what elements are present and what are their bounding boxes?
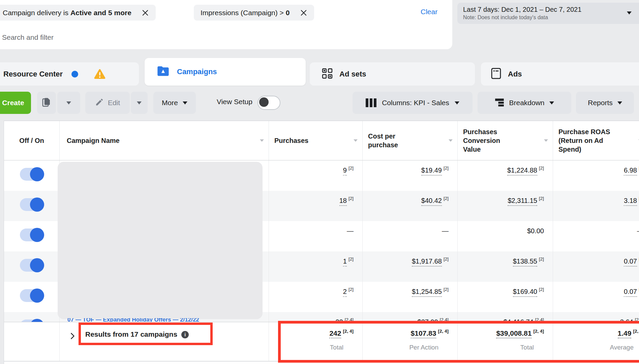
chevron-right-icon[interactable]	[70, 332, 75, 342]
total-label: Per Action	[409, 344, 438, 351]
column-header-purchases[interactable]: Purchases	[269, 121, 363, 160]
filter-chip-campaign-delivery[interactable]: Campaign delivery is Active and 5 more	[0, 5, 156, 21]
metric-value: —	[442, 227, 449, 235]
filter-chip-impressions[interactable]: Impressions (Campaign) > 0	[194, 5, 314, 21]
metric-value: $37.90	[418, 318, 438, 322]
close-icon[interactable]	[300, 9, 307, 17]
edit-dropdown-button[interactable]	[131, 92, 148, 114]
sort-caret-icon[interactable]	[449, 140, 453, 142]
chevron-down-icon	[66, 101, 71, 104]
cost-per-purchase-cell: $1,254.85[2]	[363, 282, 458, 312]
table-header-row: Off / On Campaign Name Purchases Cost pe…	[4, 121, 639, 160]
ads-manager-page: Campaign delivery is Active and 5 more I…	[0, 0, 639, 364]
chevron-down-icon	[137, 101, 142, 104]
footnote-ref: [2]	[444, 256, 449, 262]
metric-value: $138.55	[513, 257, 537, 267]
table-bottom-strip	[4, 362, 639, 364]
off-on-cell	[4, 191, 60, 221]
columns-button-label: Columns: KPI - Sales	[382, 99, 449, 107]
ad-sets-grid-icon	[322, 68, 333, 80]
tab-ad-sets[interactable]: Ad sets	[310, 62, 475, 86]
toggle-knob-icon	[30, 319, 44, 322]
footnote-ref: [2]	[348, 165, 354, 171]
toggle-knob-icon	[30, 198, 44, 212]
search-input[interactable]: Search and filter	[2, 33, 54, 41]
footnote-ref: [2, 4]	[633, 329, 639, 334]
duplicate-dropdown-button[interactable]	[57, 92, 80, 114]
campaign-toggle[interactable]	[20, 168, 43, 181]
column-header-purchase-roas[interactable]: Purchase ROAS (Return on Ad Spend)	[553, 121, 639, 160]
create-button[interactable]: Create	[0, 92, 31, 114]
sort-caret-icon[interactable]	[260, 140, 264, 142]
metric-value: 18	[339, 196, 347, 206]
purchases-conversion-value-cell: $0.00	[458, 221, 553, 251]
sort-caret-icon[interactable]	[544, 140, 548, 142]
cost-per-purchase-cell: $1,917.68[2]	[363, 251, 458, 282]
chevron-down-icon	[617, 101, 622, 104]
purchase-roas-cell: 3.64[2,4]	[553, 312, 639, 322]
campaign-toggle[interactable]	[20, 289, 43, 302]
tab-campaigns[interactable]: Campaigns	[145, 58, 306, 86]
clipped-campaign-name-link[interactable]: 07 — TOF — Expanded Holiday Offers — 2/1…	[67, 318, 212, 322]
metric-value: 0.07	[624, 287, 637, 297]
date-range-note: Note: Does not include today's data	[463, 14, 639, 21]
pencil-icon	[95, 98, 104, 108]
tab-label: Ad sets	[339, 70, 366, 79]
sort-caret-icon[interactable]	[354, 140, 358, 142]
purchase-roas-cell: 0.07[2]	[553, 282, 639, 312]
filter-chip-prefix: Impressions (Campaign) >	[201, 9, 284, 17]
column-header-cost-per-purchase[interactable]: Cost per purchase	[363, 121, 458, 160]
footnote-ref: [2,4]	[635, 317, 639, 322]
breakdown-button[interactable]: Breakdown	[478, 92, 571, 114]
columns-icon	[366, 98, 376, 107]
tab-label: Resource Center	[3, 70, 63, 79]
edit-button[interactable]: Edit	[85, 92, 130, 114]
date-range-selector[interactable]: Last 7 days: Dec 1, 2021 – Dec 7, 2021 N…	[457, 3, 639, 24]
off-on-cell	[4, 160, 60, 191]
footnote-ref: [2]	[444, 196, 449, 201]
metric-value: 1	[343, 257, 347, 267]
column-header-campaign-name[interactable]: Campaign Name	[60, 121, 269, 160]
total-label: Total	[520, 344, 534, 351]
metric-value: $1,224.88	[507, 166, 537, 176]
view-setup-toggle[interactable]	[257, 96, 280, 110]
purchases-conversion-value-cell: $1,224.88[2]	[458, 160, 553, 191]
footnote-ref: [2]	[348, 196, 354, 201]
column-header-off-on: Off / On	[4, 121, 60, 160]
campaign-toggle[interactable]	[20, 229, 43, 241]
cost-per-purchase-cell: $37.90[2,4]	[363, 312, 458, 322]
tab-label: Campaigns	[177, 67, 217, 76]
campaign-toggle[interactable]	[20, 320, 43, 322]
purchases-cell: 9[2]	[269, 160, 363, 191]
toggle-knob-icon	[259, 97, 269, 107]
campaign-toggle[interactable]	[20, 259, 43, 272]
duplicate-button[interactable]	[37, 92, 56, 114]
metric-value: 9	[343, 166, 347, 176]
totals-row: Results from 17 campaigns i 242[2, 4] To…	[4, 322, 639, 361]
columns-button[interactable]: Columns: KPI - Sales	[353, 92, 473, 114]
close-icon[interactable]	[142, 9, 149, 17]
footnote-ref: [2,4]	[440, 317, 449, 322]
footnote-ref: [2]	[539, 287, 544, 292]
total-label: Total	[330, 344, 343, 351]
info-icon[interactable]: i	[181, 331, 189, 338]
purchase-roas-cell: 0.07[2]	[553, 251, 639, 282]
off-on-cell	[4, 282, 60, 312]
total-cost-per-purchase-cell: $107.83[2, 4] Per Action	[363, 322, 458, 361]
results-summary-label: Results from 17 campaigns	[85, 330, 177, 338]
column-header-purchases-conversion-value[interactable]: Purchases Conversion Value	[458, 121, 553, 160]
tab-resource-center[interactable]: Resource Center	[0, 62, 139, 86]
campaign-toggle[interactable]	[20, 198, 43, 211]
footnote-ref: [2]	[444, 287, 449, 292]
toggle-knob-icon	[30, 289, 44, 303]
totals-empty-cell	[4, 322, 60, 361]
metric-value: $0.00	[527, 227, 544, 235]
tab-label: Ads	[508, 70, 522, 79]
tab-ads[interactable]: Ads	[481, 62, 639, 86]
footnote-ref: [2]	[444, 165, 449, 171]
clear-filters-button[interactable]: Clear	[421, 8, 437, 16]
metric-value: $1,254.85	[412, 287, 442, 297]
reports-button[interactable]: Reports	[576, 92, 634, 114]
more-button[interactable]: More	[153, 92, 196, 114]
campaigns-table: Off / On Campaign Name Purchases Cost pe…	[4, 121, 639, 364]
